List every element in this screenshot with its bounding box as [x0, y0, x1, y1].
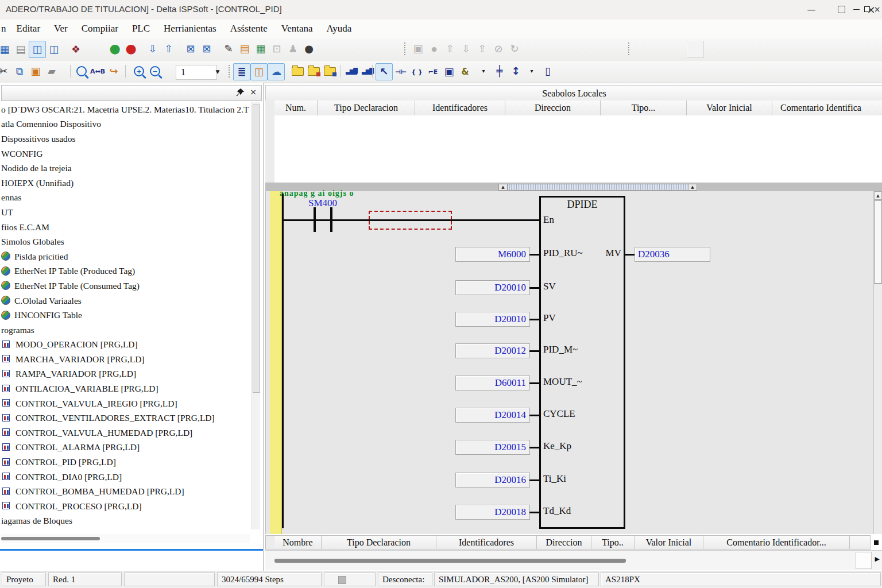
save-project-icon[interactable]: ▦: [0, 41, 13, 57]
selection-cursor-box[interactable]: [369, 211, 452, 230]
output-box-icon[interactable]: ▯: [540, 63, 556, 79]
menu-item[interactable]: Ayuda: [320, 23, 359, 34]
tree-item[interactable]: CONTROL_VALVULA_HUMEDAD [PRG,LD]: [1, 425, 250, 440]
device-table-icon[interactable]: ▦: [253, 41, 269, 57]
operator-icon[interactable]: ♟: [285, 41, 301, 57]
pin-icon[interactable]: [236, 88, 244, 96]
ampersand-icon[interactable]: &: [457, 64, 473, 80]
tree-item[interactable]: RAMPA_VARIADOR [PRG,LD]: [1, 367, 250, 382]
menu-item[interactable]: n: [0, 23, 10, 34]
ladder-scrollbar-thumb[interactable]: [874, 200, 882, 284]
column-header[interactable]: Valor Inicial: [687, 100, 772, 115]
zoom-ratio-input[interactable]: 1: [176, 65, 217, 80]
tree-item[interactable]: atla Comennioo Dispositivo: [1, 117, 250, 132]
dropdown-1-icon[interactable]: ▾: [475, 63, 492, 79]
zoom-out-icon[interactable]: −: [147, 63, 163, 79]
ladder-vertical-scrollbar[interactable]: ▲: [873, 191, 882, 534]
tree-item[interactable]: CONTROL_ALARMA [PRG,LD]: [1, 440, 250, 455]
maximize-button[interactable]: [828, 0, 854, 19]
menu-item[interactable]: Editar: [10, 23, 48, 34]
tree-item[interactable]: Simolos Globales: [1, 234, 250, 249]
lock-download-icon[interactable]: ⇩: [458, 41, 474, 57]
run-icon[interactable]: ●: [107, 41, 123, 57]
cut-icon[interactable]: ✂: [0, 63, 11, 79]
tree-item[interactable]: Nodido de la trejeia: [1, 161, 250, 176]
output-window-icon[interactable]: ◫: [46, 41, 62, 57]
tree-item[interactable]: EtherNet IP Table (Produced Tag): [1, 264, 250, 279]
plc-module-icon[interactable]: ▣: [410, 41, 426, 57]
column-header[interactable]: Valor Inicial: [635, 536, 703, 549]
menu-item[interactable]: Compiiar: [75, 23, 125, 34]
operand-box[interactable]: D20015: [455, 440, 530, 455]
function-block-icon[interactable]: ▣: [441, 64, 457, 80]
tree-item[interactable]: CONTROL_BOMBA_HUMEDAD [PRG,LD]: [1, 484, 250, 499]
tree-item[interactable]: UT: [1, 205, 250, 220]
operand-box[interactable]: D20010: [455, 280, 530, 295]
column-header[interactable]: Direccion: [505, 100, 601, 115]
lock-open-icon[interactable]: ⇪: [474, 41, 490, 57]
tree-item[interactable]: Pislda pricitied: [1, 249, 250, 264]
mdi-minimize-button[interactable]: —: [852, 5, 861, 13]
zoom-in-icon[interactable]: +: [131, 63, 147, 79]
minimize-button[interactable]: —: [798, 0, 825, 19]
tree-item[interactable]: HNCONFIG Table: [1, 308, 250, 323]
contact-symbol[interactable]: [330, 207, 332, 232]
menu-item[interactable]: Ver: [47, 23, 75, 34]
online-monitor-icon[interactable]: ⊠: [183, 41, 199, 57]
menu-item[interactable]: Ventana: [274, 23, 320, 34]
bottom-scrollbar-thumb[interactable]: [274, 559, 626, 563]
table-options-button[interactable]: [871, 536, 882, 548]
coil-icon[interactable]: { }: [409, 64, 425, 80]
eraser-icon[interactable]: ▰: [44, 63, 60, 79]
tree-vertical-scrollbar-thumb[interactable]: [253, 105, 260, 393]
bottom-horizontal-scrollbar[interactable]: ▶: [265, 550, 882, 570]
operand-box[interactable]: D20010: [455, 312, 530, 327]
column-header[interactable]: Direccion: [537, 536, 591, 549]
operand-box[interactable]: D20018: [455, 505, 530, 520]
column-header[interactable]: Num.: [274, 100, 318, 115]
column-header[interactable]: Tipo Declaracion: [318, 100, 415, 115]
replace-icon[interactable]: A↔B: [90, 63, 106, 79]
stop-icon[interactable]: ●: [123, 41, 139, 57]
tree-item[interactable]: iagamas de Bloques: [1, 514, 250, 529]
new-network-icon[interactable]: [289, 63, 305, 79]
view-ladder-icon[interactable]: ◫: [250, 63, 268, 80]
project-window-icon[interactable]: ◫: [29, 41, 46, 58]
compile-book-icon[interactable]: ❖: [68, 41, 84, 57]
tree-item[interactable]: o [D`DW3 OSCAR:21. Macetria UPSE.2. Mate…: [1, 102, 250, 117]
zoom-ratio-dropdown[interactable]: ▼: [212, 65, 223, 79]
tree-item[interactable]: rogramas: [1, 323, 250, 338]
print-icon[interactable]: ▤: [13, 41, 29, 57]
trace-chart-icon[interactable]: ▂▅▇: [343, 63, 359, 79]
tree-item[interactable]: CONTROL_PROCESO [PRG,LD]: [1, 499, 250, 514]
insert-network-above-icon[interactable]: [305, 63, 322, 79]
download-plc-icon[interactable]: ⇩: [145, 41, 161, 57]
tree-item[interactable]: C.Ololad Variaales: [1, 293, 250, 308]
mdi-close-button[interactable]: ×: [873, 5, 881, 13]
tree-item[interactable]: WCONFIG: [1, 146, 250, 161]
menu-item[interactable]: PLC: [125, 23, 157, 34]
column-header[interactable]: Identificadores: [436, 536, 537, 549]
column-header[interactable]: Comentario Identifica: [772, 100, 882, 115]
operand-box[interactable]: D60011: [455, 376, 530, 390]
insert-network-below-icon[interactable]: [322, 63, 338, 79]
tree-horizontal-scrollbar[interactable]: [1, 534, 250, 543]
column-header[interactable]: Tipo...: [601, 100, 687, 115]
refresh-icon[interactable]: ↻: [506, 41, 523, 57]
record-icon[interactable]: ●: [426, 41, 442, 57]
user-lock-icon[interactable]: ⊘: [490, 41, 506, 57]
paste-icon[interactable]: ▣: [28, 63, 44, 79]
monitor-disabled-icon[interactable]: ⊡: [269, 41, 285, 57]
move-network-icon[interactable]: ↕: [508, 63, 524, 79]
operand-box[interactable]: D20014: [455, 408, 530, 423]
collapse-up-icon[interactable]: ▲: [688, 184, 697, 191]
column-header[interactable]: Tipo Declaracion: [322, 536, 436, 549]
column-header[interactable]: Comentario Identificador...: [703, 536, 850, 549]
tree-item[interactable]: EtherNet IP Table (Consumed Tag): [1, 278, 250, 293]
menu-item[interactable]: Asśstente: [223, 23, 274, 34]
lock-upload-icon[interactable]: ⇧: [442, 41, 458, 57]
scroll-right-icon[interactable]: ▶: [875, 555, 880, 563]
column-header[interactable]: Nombre: [274, 536, 322, 549]
tree-vertical-scrollbar[interactable]: [252, 102, 260, 529]
tree-item[interactable]: ONTILACIOA_VARIABLE [PRG,LD]: [1, 381, 250, 396]
